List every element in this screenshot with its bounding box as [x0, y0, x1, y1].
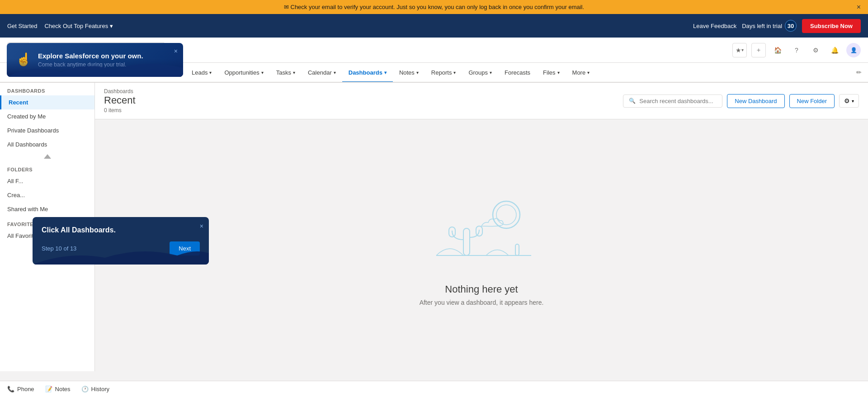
header-right: Leave Feedback Days left in trial 30 Sub… — [693, 19, 861, 33]
bottom-bar-notes[interactable]: 📝 Notes — [45, 386, 71, 392]
empty-subtitle: After you view a dashboard, it appears h… — [420, 299, 544, 306]
avatar-initials: 👤 — [850, 47, 857, 53]
question-icon-button[interactable]: ? — [789, 43, 804, 57]
nav-forecasts[interactable]: Forecasts — [498, 63, 537, 82]
step-tooltip-mountains — [33, 244, 209, 265]
nav-opportunities[interactable]: Opportunities ▾ — [218, 63, 269, 82]
settings-dropdown[interactable]: ⚙ ▾ — [839, 94, 859, 108]
svg-rect-3 — [463, 228, 470, 255]
bottom-bar-history[interactable]: 🕐 History — [81, 386, 109, 392]
content-header: Dashboards Recent 0 items 🔍 New Dashboar… — [95, 83, 868, 119]
chevron-down-icon: ▾ — [453, 70, 456, 75]
add-icon-button[interactable]: ＋ — [751, 43, 766, 57]
gear-icon: ⚙ — [844, 97, 850, 104]
svg-rect-6 — [515, 244, 519, 255]
explore-tooltip-close[interactable]: × — [174, 47, 178, 55]
chevron-down-icon: ▾ — [852, 99, 854, 104]
nav-files[interactable]: Files ▾ — [537, 63, 566, 82]
nav-dashboards[interactable]: Dashboards ▾ — [342, 63, 393, 82]
step-tooltip-title: Click All Dashboards. — [42, 226, 200, 234]
chevron-down-icon: ▾ — [110, 23, 113, 29]
chevron-down-icon: ▾ — [557, 70, 560, 75]
history-icon: 🕐 — [81, 386, 89, 392]
trial-days-badge: 30 — [785, 20, 797, 32]
sidebar-item-created-by-me[interactable]: Created by Me — [0, 109, 94, 123]
sidebar-item-shared-with-me[interactable]: Shared with Me — [0, 202, 94, 216]
nav-edit-icon[interactable]: ✏ — [850, 69, 868, 76]
explore-tooltip: ☝ Explore Salesforce on your own. Come b… — [7, 43, 183, 77]
setup-icon: 🏠 — [774, 47, 782, 54]
get-started-link[interactable]: Get Started — [7, 23, 37, 29]
recent-search-container: 🔍 — [623, 95, 722, 108]
bottom-bar-phone[interactable]: 📞 Phone — [7, 386, 34, 392]
nav-icons: ★ ▾ ＋ 🏠 ? ⚙ 🔔 👤 — [732, 43, 861, 57]
breadcrumb: Dashboards — [104, 88, 136, 95]
check-features-link[interactable]: Check Out Top Features ▾ — [44, 23, 113, 29]
step-tooltip: Click All Dashboards. Step 10 of 13 Next… — [33, 217, 209, 265]
plus-icon: ＋ — [755, 46, 762, 54]
sidebar-item-recent[interactable]: Recent — [0, 95, 94, 109]
chevron-down-icon: ▾ — [741, 47, 744, 52]
page-title: Recent — [104, 95, 136, 106]
header-left: Get Started Check Out Top Features ▾ — [7, 23, 113, 29]
bell-icon: 🔔 — [831, 47, 839, 54]
user-avatar[interactable]: 👤 — [846, 43, 861, 57]
notes-icon: 📝 — [45, 386, 52, 392]
trial-info: Days left in trial 30 — [742, 20, 797, 32]
main-content: Dashboards Recent 0 items 🔍 New Dashboar… — [95, 83, 868, 371]
question-mark-icon: ? — [795, 47, 798, 54]
notifications-icon-button[interactable]: 🔔 — [827, 43, 842, 57]
new-dashboard-button[interactable]: New Dashboard — [727, 94, 784, 108]
new-folder-button[interactable]: New Folder — [789, 94, 835, 108]
search-icon: 🔍 — [629, 98, 636, 104]
subscribe-button[interactable]: Subscribe Now — [802, 19, 861, 33]
chevron-down-icon: ▾ — [209, 70, 212, 75]
settings-icon-button[interactable]: ⚙ — [808, 43, 823, 57]
nav-groups[interactable]: Groups ▾ — [462, 63, 498, 82]
tooltip-mountains-bg — [7, 59, 183, 77]
sidebar-section-folders: FOLDERS — [0, 161, 94, 174]
chevron-down-icon: ▾ — [416, 70, 419, 75]
svg-point-0 — [493, 201, 520, 228]
nav-notes[interactable]: Notes ▾ — [393, 63, 425, 82]
sidebar-section-dashboards: DASHBOARDS — [0, 83, 94, 95]
content-header-right: 🔍 New Dashboard New Folder ⚙ ▾ — [623, 94, 859, 108]
notification-close[interactable]: × — [857, 3, 861, 11]
sidebar-item-folders-created-by-me[interactable]: Crea... — [0, 188, 94, 202]
empty-title: Nothing here yet — [445, 284, 518, 295]
leave-feedback-link[interactable]: Leave Feedback — [693, 23, 736, 29]
notification-bar: ✉ Check your email to verify your accoun… — [0, 0, 868, 14]
nav-reports[interactable]: Reports ▾ — [425, 63, 462, 82]
nav-calendar[interactable]: Calendar ▾ — [302, 63, 342, 82]
favorites-icon-button[interactable]: ★ ▾ — [732, 43, 747, 57]
empty-state: Nothing here yet After you view a dashbo… — [95, 119, 868, 371]
star-icon: ★ — [736, 47, 741, 54]
header-bar: Get Started Check Out Top Features ▾ Lea… — [0, 14, 868, 38]
chevron-down-icon: ▾ — [334, 70, 336, 75]
nav-leads[interactable]: Leads ▾ — [185, 63, 218, 82]
pencil-icon: ✏ — [856, 69, 862, 76]
sidebar-item-all-folders[interactable]: All F... — [0, 174, 94, 188]
recent-search-input[interactable] — [639, 98, 717, 104]
phone-icon: 📞 — [7, 386, 14, 392]
nav-more[interactable]: More ▾ — [566, 63, 596, 82]
sidebar-item-private-dashboards[interactable]: Private Dashboards — [0, 123, 94, 137]
chevron-down-icon: ▾ — [293, 70, 295, 75]
svg-point-1 — [496, 205, 516, 225]
chevron-down-icon: ▾ — [490, 70, 492, 75]
chevron-down-icon: ▾ — [384, 70, 387, 75]
bottom-bar: 📞 Phone 📝 Notes 🕐 History — [0, 381, 868, 397]
desert-illustration — [423, 190, 540, 273]
item-count: 0 items — [104, 107, 136, 113]
chevron-down-icon: ▾ — [261, 70, 264, 75]
help-setup-icon-button[interactable]: 🏠 — [770, 43, 785, 57]
step-tooltip-close[interactable]: × — [200, 222, 203, 230]
sidebar-item-all-dashboards[interactable]: All Dashboards — [0, 137, 94, 151]
nav-tasks[interactable]: Tasks ▾ — [270, 63, 302, 82]
notification-message: ✉ Check your email to verify your accoun… — [284, 4, 584, 10]
gear-icon: ⚙ — [813, 47, 819, 54]
chevron-down-icon: ▾ — [587, 70, 590, 75]
content-header-left: Dashboards Recent 0 items — [104, 88, 136, 113]
